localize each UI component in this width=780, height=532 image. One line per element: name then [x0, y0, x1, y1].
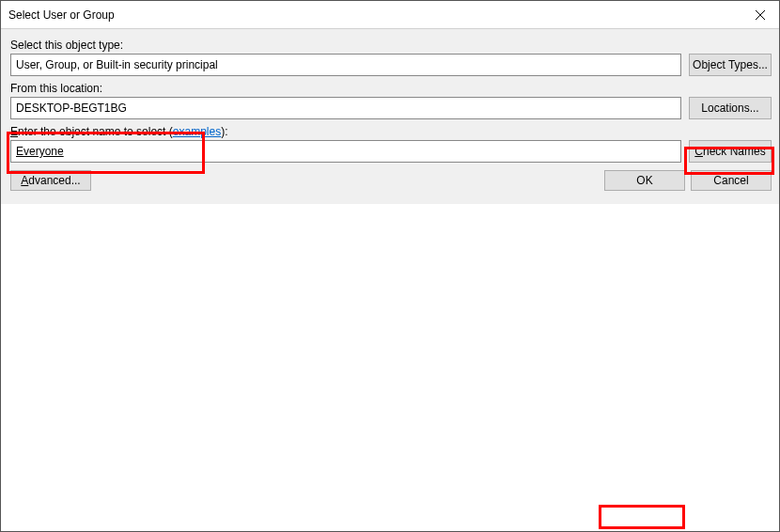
object-name-label: Enter the object name to select (example… [10, 125, 681, 138]
ok-button[interactable]: OK [604, 170, 685, 191]
window-title: Select User or Group [8, 8, 739, 22]
close-icon [756, 10, 765, 20]
close-button[interactable] [739, 1, 780, 29]
cancel-button[interactable]: Cancel [691, 170, 772, 191]
check-names-button[interactable]: Check Names [689, 140, 772, 163]
object-types-button[interactable]: Object Types... [689, 54, 772, 76]
location-value: DESKTOP-BEGT1BG [10, 97, 681, 119]
highlight-ok [599, 505, 685, 529]
advanced-button[interactable]: Advanced... [10, 170, 91, 191]
object-type-value: User, Group, or Built-in security princi… [10, 54, 681, 76]
examples-link[interactable]: examples [173, 125, 221, 138]
object-type-label: Select this object type: [10, 39, 772, 52]
locations-button[interactable]: Locations... [689, 97, 772, 119]
location-label: From this location: [10, 82, 772, 95]
object-name-input[interactable]: Everyone [10, 140, 681, 163]
title-bar: Select User or Group [1, 1, 780, 29]
